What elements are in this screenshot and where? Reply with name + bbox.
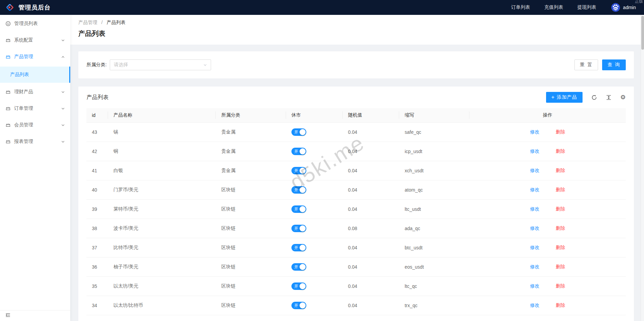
- switch-on-label: 开: [294, 303, 298, 307]
- reset-button[interactable]: 重 置: [574, 59, 598, 70]
- row-actions: 修改 删除: [475, 225, 620, 231]
- setting-gear-icon[interactable]: ⚙: [620, 94, 626, 100]
- table-row: 43 锡 贵金属 开 0.04 safe_qc 修改 删除: [86, 123, 626, 142]
- market-closed-toggle[interactable]: 开: [291, 205, 306, 213]
- switch-knob: [300, 168, 306, 174]
- sidebar-item-report-manage[interactable]: 报表管理: [0, 135, 70, 148]
- edit-link[interactable]: 修改: [530, 129, 539, 135]
- delete-link[interactable]: 删除: [556, 302, 565, 308]
- delete-link[interactable]: 删除: [556, 283, 565, 289]
- switch-knob: [300, 302, 306, 308]
- cell-random: 0.04: [343, 142, 400, 161]
- switch-on-label: 开: [294, 149, 298, 153]
- crown-icon: [5, 139, 11, 144]
- cell-product-name: 莱特币/美元: [108, 200, 216, 219]
- cell-product-name: 柚子币/美元: [108, 257, 216, 277]
- edit-link[interactable]: 修改: [530, 302, 539, 308]
- cell-id: 43: [86, 123, 108, 142]
- nav-recharge-list[interactable]: 充值列表: [544, 4, 563, 10]
- reload-icon[interactable]: [591, 95, 597, 100]
- sidebar-item-system-config[interactable]: 系统配置: [0, 33, 70, 47]
- row-actions: 修改 删除: [475, 302, 620, 308]
- delete-link[interactable]: 删除: [556, 245, 565, 251]
- username[interactable]: admin: [623, 5, 636, 10]
- cell-category: 区块链: [216, 257, 286, 277]
- delete-link[interactable]: 删除: [556, 168, 565, 174]
- breadcrumb-product-manage[interactable]: 产品管理: [78, 20, 97, 25]
- market-closed-toggle[interactable]: 开: [291, 148, 306, 155]
- chevron-down-icon: [61, 90, 65, 94]
- sidebar-subitem-product-list[interactable]: 产品列表: [0, 67, 70, 83]
- cell-id: 38: [86, 219, 108, 238]
- edit-link[interactable]: 修改: [530, 148, 539, 154]
- sidebar-subitem-label: 产品列表: [10, 72, 29, 78]
- select-placeholder: 请选择: [114, 62, 128, 68]
- market-closed-toggle[interactable]: 开: [291, 225, 306, 232]
- product-table-body: 43 锡 贵金属 开 0.04 safe_qc 修改 删除 42 铜 贵金属 开: [86, 123, 626, 315]
- content-area: 所属分类: 请选择 重 置 查 询 产品列表: [70, 45, 641, 321]
- market-closed-toggle[interactable]: 开: [291, 167, 306, 174]
- cell-id: 40: [86, 180, 108, 200]
- sidebar-item-admin-list[interactable]: 管理员列表: [0, 17, 70, 30]
- search-button[interactable]: 查 询: [602, 59, 626, 70]
- delete-link[interactable]: 删除: [556, 187, 565, 193]
- sidebar-item-product-manage[interactable]: 产品管理: [0, 50, 70, 64]
- page-scrollbar[interactable]: [641, 15, 644, 321]
- edit-link[interactable]: 修改: [530, 206, 539, 212]
- crown-icon: [5, 122, 11, 128]
- edit-link[interactable]: 修改: [530, 225, 539, 231]
- switch-knob: [300, 264, 306, 270]
- delete-link[interactable]: 删除: [556, 148, 565, 154]
- cell-abbr: ltc_usdt: [399, 200, 469, 219]
- app-title: 管理员后台: [19, 3, 51, 11]
- edit-link[interactable]: 修改: [530, 245, 539, 251]
- market-closed-toggle[interactable]: 开: [291, 244, 306, 251]
- sidebar-item-finance-product[interactable]: 理财产品: [0, 85, 70, 99]
- market-closed-toggle[interactable]: 开: [291, 263, 306, 271]
- col-random: 随机值: [343, 108, 400, 123]
- delete-link[interactable]: 删除: [556, 206, 565, 212]
- table-row: 42 铜 贵金属 开 0.04 icp_usdt 修改 删除: [86, 142, 626, 161]
- row-actions: 修改 删除: [475, 148, 620, 154]
- cell-id: 41: [86, 161, 108, 180]
- edit-link[interactable]: 修改: [530, 264, 539, 270]
- switch-knob: [300, 129, 306, 135]
- delete-link[interactable]: 删除: [556, 225, 565, 231]
- nav-withdraw-list[interactable]: 提现列表: [577, 4, 596, 10]
- scrollbar-thumb[interactable]: [641, 16, 644, 50]
- sidebar-item-member-manage[interactable]: 会员管理: [0, 118, 70, 132]
- category-select[interactable]: 请选择: [110, 59, 211, 70]
- cell-abbr: btc_usdt: [399, 238, 469, 257]
- table-row: 36 柚子币/美元 区块链 开 0.04 eos_usdt 修改 删除: [86, 257, 626, 277]
- market-closed-toggle[interactable]: 开: [291, 186, 306, 194]
- edit-link[interactable]: 修改: [530, 168, 539, 174]
- table-toolbar: + 添加产品: [546, 92, 626, 103]
- market-closed-toggle[interactable]: 开: [291, 128, 306, 136]
- row-actions: 修改 删除: [475, 245, 620, 251]
- column-height-icon[interactable]: [606, 95, 612, 100]
- plus-icon: +: [551, 94, 555, 100]
- market-closed-toggle[interactable]: 开: [291, 302, 306, 309]
- edit-link[interactable]: 修改: [530, 187, 539, 193]
- delete-link[interactable]: 删除: [556, 129, 565, 135]
- cell-abbr: ltc_qc: [399, 277, 469, 296]
- page-header: 产品管理 / 产品列表 产品列表: [70, 15, 641, 45]
- smile-icon: [5, 21, 11, 26]
- col-market-closed: 休市: [286, 108, 343, 123]
- cell-abbr: icp_usdt: [399, 142, 469, 161]
- delete-link[interactable]: 删除: [556, 264, 565, 270]
- edit-link[interactable]: 修改: [530, 283, 539, 289]
- product-table: id 产品名称 所属分类 休市 随机值 缩写 操作 43 锡 贵金属 开: [86, 108, 626, 315]
- nav-order-list[interactable]: 订单列表: [511, 4, 530, 10]
- cell-category: 区块链: [216, 180, 286, 200]
- table-card-header: 产品列表 + 添加产品: [86, 92, 626, 103]
- menu-fold-icon[interactable]: [5, 313, 10, 318]
- chevron-down-icon: [61, 39, 65, 42]
- sidebar-item-order-manage[interactable]: 订单管理: [0, 102, 70, 115]
- cell-category: 区块链: [216, 238, 286, 257]
- cell-category: 贵金属: [216, 161, 286, 180]
- user-avatar baidu-paw-icon[interactable]: du: [611, 3, 620, 12]
- cell-category: 贵金属: [216, 142, 286, 161]
- add-product-button[interactable]: + 添加产品: [546, 92, 583, 103]
- market-closed-toggle[interactable]: 开: [291, 282, 306, 290]
